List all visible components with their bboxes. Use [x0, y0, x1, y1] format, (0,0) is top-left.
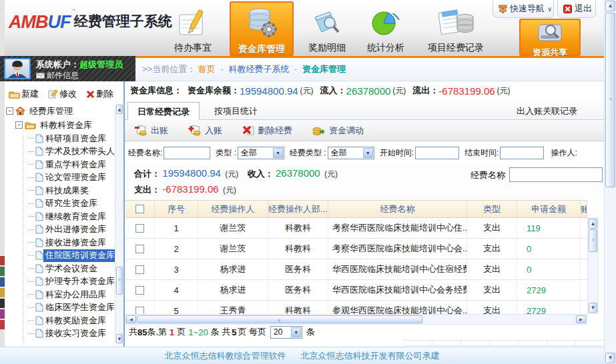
page-scrollbar[interactable]: ▲ ≡ ▼ [604, 0, 616, 364]
delete-fee-button[interactable]: 删除经费 [242, 125, 292, 137]
tree-item[interactable]: 论文管理资金库 [5, 171, 115, 185]
tree-item[interactable]: 接收实习资金库 [5, 327, 115, 341]
cell-amount: 0 [517, 239, 581, 259]
tree-item[interactable]: 科研项目资金库 [5, 132, 115, 145]
col-header-dept[interactable]: 经费操作人部... [268, 201, 328, 217]
income-label: 收入： [248, 169, 274, 179]
tab-by-project[interactable]: 按项目统计 [205, 102, 267, 120]
table-row[interactable]: 4 杨求进 医务科 华西医院临床技能培训中心会务经费 支出 2729 [125, 280, 587, 301]
cell-amount: 2729 [517, 280, 581, 300]
select-all-checkbox[interactable] [135, 205, 144, 213]
scroll-up-icon[interactable]: ▲ [605, 1, 615, 11]
scrollbar-thumb[interactable]: ≡ [605, 13, 615, 187]
scroll-up-icon[interactable]: ▲ [116, 105, 123, 114]
mail-link[interactable]: 邮件信息 [47, 70, 79, 81]
fund-transfer-label: 资金调动 [329, 125, 364, 137]
tree-item-selected[interactable]: 住院医培训资金库 [5, 249, 115, 263]
collapse-icon[interactable]: − [6, 107, 13, 115]
tab-daily-records[interactable]: 日常经费记录 [127, 102, 200, 120]
tree-item[interactable]: 科技成果奖 [5, 184, 115, 197]
table-scrollbar-vertical[interactable]: ▲ ≡ ▼ [587, 217, 599, 314]
in-account-button[interactable]: 入账 [188, 125, 222, 137]
fee-name-filter-input[interactable] [164, 147, 210, 159]
tree-item[interactable]: 临床医学生资金库 [5, 301, 115, 315]
unit: (元) [324, 169, 338, 179]
nav-item-fund-management[interactable]: 资金库管理 [230, 1, 294, 56]
main-panel: 资金库信息： 资金库余额： 19594800.94 (元) 流入： 263780… [123, 81, 604, 347]
col-header-name[interactable]: 经费名称 [328, 201, 467, 217]
fee-name-search-input[interactable] [509, 167, 603, 182]
table-row[interactable]: 5 王秀青 科教科 参观华西医院临床技能培训中心会... 支出 2729 [125, 301, 587, 314]
tree-item[interactable]: 学术及技术带头人 [5, 145, 115, 159]
end-time-input[interactable] [500, 147, 544, 159]
scrollbar-thumb[interactable]: ≡ [589, 229, 597, 252]
out-account-button[interactable]: 出账 [134, 125, 168, 137]
drive-magnifier-icon [536, 22, 564, 43]
col-header-operator[interactable]: 经费操作人 [198, 201, 268, 217]
unit: (元) [223, 185, 236, 195]
pagination-bar: 共85条,第1页1~20条 共5页 每页 20 ▼ 条 [129, 325, 315, 339]
scroll-down-icon[interactable]: ▼ [589, 303, 597, 313]
tree-item[interactable]: 继续教育资金库 [5, 210, 115, 223]
tree-scrollbar[interactable]: ▲ ≡ ▼ [115, 104, 123, 344]
tree-item[interactable]: 科教奖励资金库 [5, 314, 115, 327]
scroll-up-icon[interactable]: ▲ [589, 219, 597, 229]
delete-button[interactable]: 删除 [86, 88, 113, 100]
fund-transfer-button[interactable]: 资金调动 [312, 125, 364, 137]
nav-item-reward-detail[interactable]: 奖励明细 [300, 8, 354, 54]
tree-group[interactable]: − 科教科资金库 [5, 118, 115, 132]
fee-type-filter-select[interactable]: 全部 ▼ [328, 147, 374, 159]
sidebar: 新建 修改 删除 − 经费库管理 [5, 81, 123, 347]
delete-x-icon [86, 90, 95, 99]
edit-button[interactable]: 修改 [48, 88, 77, 100]
col-header-type[interactable]: 类型 [467, 201, 517, 217]
tree-item[interactable]: 护理专升本资金库 [5, 275, 115, 289]
page-size-select[interactable]: 20 ▼ [270, 326, 302, 339]
pagination-text: 共 [129, 326, 137, 338]
table-row[interactable]: 3 杨求进 医务科 华西医院临床技能培训中心住宿经费 支出 0 [125, 259, 587, 280]
scrollbar-thumb[interactable]: ≡ [116, 267, 123, 295]
nav-item-statistics[interactable]: 统计分析 [359, 8, 412, 54]
tree-item[interactable]: 研究生资金库 [5, 197, 115, 211]
new-folder-icon [9, 90, 20, 99]
col-header-amount[interactable]: 申请金额 [517, 201, 581, 217]
table-row[interactable]: 2 谢兰茨 科教科 考察华西医院临床技能培训中心会... 支出 0 [125, 239, 587, 259]
row-checkbox[interactable] [135, 224, 144, 233]
scroll-left-icon[interactable]: ◄ [126, 315, 136, 323]
table-row[interactable]: 1 谢兰茨 科教科 考察华西医院临床技能培训中心住... 支出 119 [125, 218, 587, 239]
type-filter-select[interactable]: 全部 ▼ [238, 147, 284, 159]
breadcrumb-home-link[interactable]: 首页 [198, 64, 216, 74]
quick-nav-button[interactable]: 快速导航 ∨ [493, 0, 554, 18]
nav-item-resource-share[interactable]: 资源共享 [519, 19, 581, 56]
cell-dept: 科教科 [268, 218, 328, 238]
nav-item-project-records[interactable]: 项目经费记录 [420, 8, 492, 54]
row-checkbox[interactable] [135, 307, 144, 315]
scroll-down-icon[interactable]: ▼ [116, 334, 123, 343]
scrollbar-thumb[interactable]: ≡ [137, 315, 422, 323]
tree-root[interactable]: − 经费库管理 [5, 104, 115, 118]
col-header-no[interactable]: 序号 [155, 201, 198, 217]
cell-type: 支出 [467, 301, 517, 314]
scroll-right-icon[interactable]: ► [576, 315, 586, 323]
exit-button[interactable]: 退出 [557, 0, 596, 18]
notes-database-icon [436, 8, 476, 39]
scroll-down-icon[interactable]: ▼ [605, 353, 615, 363]
tree-item[interactable]: 重点学科资金库 [5, 158, 115, 171]
start-time-input[interactable] [415, 147, 459, 159]
tree-item[interactable]: 接收进修资金库 [5, 236, 115, 249]
row-checkbox[interactable] [135, 265, 144, 274]
new-button[interactable]: 新建 [9, 88, 39, 100]
collapse-icon[interactable]: − [15, 121, 23, 129]
start-time-label: 开始时间: [380, 147, 414, 159]
nav-item-todo[interactable]: 待办事宜 [167, 8, 219, 54]
row-checkbox[interactable] [135, 286, 144, 295]
tree-item[interactable]: 科室办公用品库 [5, 288, 115, 301]
tree-item[interactable]: 外出进修资金库 [5, 223, 115, 237]
breadcrumb-system-link[interactable]: 科教经费子系统 [228, 64, 289, 74]
tab-inout-relation[interactable]: 出入账关联记录 [507, 102, 587, 120]
table-scrollbar-horizontal[interactable]: ◄ ≡ ► [125, 314, 587, 325]
doc-icon [35, 147, 43, 156]
row-checkbox[interactable] [135, 245, 144, 253]
tree-item[interactable]: 学术会议资金 [5, 262, 115, 275]
doc-icon [35, 316, 43, 325]
